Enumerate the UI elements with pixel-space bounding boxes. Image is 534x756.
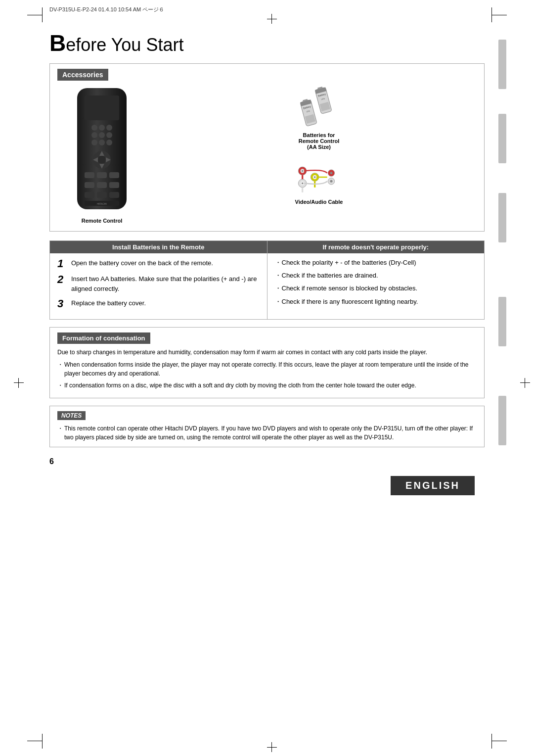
battery-section: Battery LR6 Battery LR6 <box>161 86 477 150</box>
install-section: Install Batteries in the Remote 1 Open t… <box>49 240 485 320</box>
svg-point-7 <box>106 132 112 138</box>
english-badge: ENGLISH <box>391 476 475 495</box>
svg-rect-22 <box>109 182 119 188</box>
page: DV-P315U-E-P2-24 01.4.10 10:54 AM ページ６ B… <box>0 0 534 756</box>
svg-rect-25 <box>109 192 119 198</box>
svg-point-6 <box>99 132 105 138</box>
title-big-b: B <box>49 30 66 56</box>
step-3-number: 3 <box>57 298 68 309</box>
notes-header: NOTES <box>57 411 86 420</box>
svg-rect-47 <box>302 188 303 192</box>
svg-rect-20 <box>85 182 94 188</box>
deco-bar-4 <box>498 297 506 346</box>
battery-label: Batteries forRemote Control(AA Size) <box>299 132 340 150</box>
deco-bar-1 <box>498 40 506 89</box>
cable-section: Video/Audio Cable <box>161 157 477 205</box>
svg-point-12 <box>98 156 106 164</box>
deco-bar-2 <box>498 114 506 163</box>
svg-point-42 <box>302 170 303 172</box>
notes-bullet-1: This remote control can operate other Hi… <box>57 424 477 442</box>
crop-mark-br-h <box>492 741 507 741</box>
crop-mark-tl-h <box>27 15 42 15</box>
condensation-list: When condensation forms inside the playe… <box>57 360 477 390</box>
accessories-header: Accessories <box>57 69 108 81</box>
svg-rect-17 <box>85 172 94 178</box>
svg-rect-21 <box>97 182 107 188</box>
crop-mark-tr-v <box>491 7 492 22</box>
remote-bullet-list: Check the polarity + - of the batteries … <box>275 258 477 306</box>
crop-mark-br-v <box>491 734 492 749</box>
deco-bar-3 <box>498 193 506 242</box>
svg-point-53 <box>330 172 333 174</box>
battery-svg: Battery LR6 Battery LR6 <box>299 86 339 130</box>
accessories-inner: HITACHI Remote Control <box>57 86 477 224</box>
content-area: Before You Start Accessories <box>49 30 485 707</box>
step-1: 1 Open the battery cover on the back of … <box>57 258 260 269</box>
install-left-col: Install Batteries in the Remote 1 Open t… <box>50 241 267 319</box>
svg-point-50 <box>314 176 315 178</box>
install-header: Install Batteries in the Remote <box>50 241 267 253</box>
remote-bullet-4: Check if there is any fluorescent lighti… <box>275 297 477 306</box>
condensation-bullet-2: If condensation forms on a disc, wipe th… <box>57 381 477 390</box>
accessories-right: Battery LR6 Battery LR6 <box>161 86 477 207</box>
footer-row: 6 ENGLISH <box>49 457 485 495</box>
remote-right-col: If remote doesn't operate properly: Chec… <box>267 241 485 319</box>
svg-point-46 <box>302 183 303 184</box>
crop-mark-bl-h <box>27 741 42 741</box>
step-1-text: Open the battery cover on the back of th… <box>71 258 213 268</box>
svg-point-4 <box>106 125 112 131</box>
step-3: 3 Replace the battery cover. <box>57 298 260 309</box>
crop-mark-bl-v <box>42 734 43 749</box>
svg-point-5 <box>91 132 97 138</box>
remote-header: If remote doesn't operate properly: <box>267 241 485 253</box>
svg-point-10 <box>106 140 112 145</box>
cable-label: Video/Audio Cable <box>295 199 343 205</box>
svg-rect-19 <box>109 172 119 178</box>
condensation-header: Formation of condensation <box>57 332 150 344</box>
svg-point-2 <box>91 125 97 131</box>
svg-point-9 <box>99 140 105 145</box>
notes-list: This remote control can operate other Hi… <box>57 424 477 442</box>
crop-mark-tl-v <box>42 7 43 22</box>
title-rest: efore You Start <box>66 35 183 55</box>
condensation-section: Formation of condensation Due to sharp c… <box>49 327 485 398</box>
deco-bar-5 <box>498 396 506 445</box>
step-2-number: 2 <box>57 274 68 285</box>
page-header: DV-P315U-E-P2-24 01.4.10 10:54 AM ページ６ <box>49 6 164 13</box>
step-2-text: Insert two AA batteries. Make sure that … <box>71 274 260 293</box>
step-1-number: 1 <box>57 258 68 269</box>
remote-control-svg: HITACHI <box>62 86 141 214</box>
svg-rect-23 <box>85 192 94 198</box>
step-3-text: Replace the battery cover. <box>71 298 146 308</box>
svg-point-8 <box>91 140 97 145</box>
notes-section: NOTES This remote control can operate ot… <box>49 406 485 447</box>
condensation-main-text: Due to sharp changes in temperature and … <box>57 348 477 357</box>
svg-rect-1 <box>85 95 119 120</box>
remote-bullet-3: Check if remote sensor is blocked by obs… <box>275 284 477 293</box>
accessories-section: Accessories <box>49 63 485 232</box>
remote-control-container: HITACHI Remote Control <box>57 86 146 224</box>
svg-rect-18 <box>97 172 107 178</box>
svg-point-55 <box>330 180 333 183</box>
svg-text:HITACHI: HITACHI <box>97 202 107 205</box>
remote-bullet-1: Check the polarity + - of the batteries … <box>275 258 477 267</box>
cable-svg <box>294 157 344 197</box>
remote-bullet-2: Check if the batteries are drained. <box>275 271 477 280</box>
page-title: Before You Start <box>49 30 485 56</box>
svg-point-3 <box>99 125 105 131</box>
page-number: 6 <box>49 457 485 466</box>
condensation-bullet-1: When condensation forms inside the playe… <box>57 360 477 378</box>
step-2: 2 Insert two AA batteries. Make sure tha… <box>57 274 260 293</box>
crop-mark-tr-h <box>492 15 507 15</box>
remote-label: Remote Control <box>57 218 146 224</box>
svg-rect-24 <box>97 192 107 198</box>
